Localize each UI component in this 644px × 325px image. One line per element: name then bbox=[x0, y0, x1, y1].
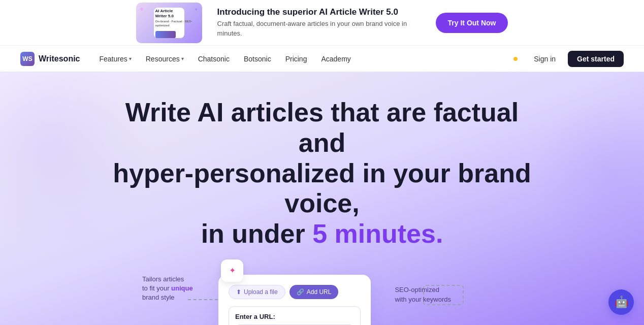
get-started-button[interactable]: Get started bbox=[568, 51, 624, 67]
link-icon: 🔗 bbox=[297, 288, 304, 296]
logo-icon: WS bbox=[20, 52, 35, 66]
chevron-down-icon: ▾ bbox=[129, 56, 132, 61]
sparkle-icon: ✦ bbox=[221, 259, 243, 282]
chat-icon: 🤖 bbox=[615, 296, 628, 309]
announcement-banner: ✦ ✦ AI Article Writer 5.0 On-brand · Fac… bbox=[0, 0, 644, 46]
chevron-down-icon: ▾ bbox=[181, 56, 184, 61]
star-decoration: ✦ bbox=[139, 5, 145, 13]
url-input-card[interactable]: ⬆ Upload a file 🔗 Add URL Enter a URL: h… bbox=[218, 275, 371, 325]
nav-botsonic[interactable]: Botsonic bbox=[239, 52, 276, 66]
banner-subtitle: Craft factual, document-aware articles i… bbox=[217, 19, 421, 38]
hero-section: Write AI articles that are factual and h… bbox=[0, 72, 644, 325]
demo-area: Tailors articles to fit your unique bran… bbox=[0, 259, 644, 325]
card-tabs: ⬆ Upload a file 🔗 Add URL bbox=[229, 285, 361, 299]
logo-text: Writesonic bbox=[39, 54, 80, 63]
url-label: Enter a URL: bbox=[235, 313, 354, 320]
logo[interactable]: WS Writesonic bbox=[20, 52, 80, 66]
url-input-area: Enter a URL: https://drive.google.com/fi… bbox=[229, 306, 361, 325]
tab-upload-file[interactable]: ⬆ Upload a file bbox=[229, 285, 285, 299]
try-it-now-button[interactable]: Try It Out Now bbox=[436, 13, 508, 33]
nav-resources[interactable]: Resources ▾ bbox=[141, 52, 189, 66]
annotation-seo: SEO-optimized with your keywords bbox=[395, 285, 451, 305]
notification-dot bbox=[513, 57, 518, 61]
nav-chatsonic[interactable]: Chatsonic bbox=[193, 52, 235, 66]
annotation-brand-style: Tailors articles to fit your unique bran… bbox=[142, 275, 193, 303]
tab-add-url[interactable]: 🔗 Add URL bbox=[289, 285, 339, 299]
nav-pricing[interactable]: Pricing bbox=[280, 52, 312, 66]
banner-content: Introducing the superior AI Article Writ… bbox=[217, 7, 421, 38]
nav-features[interactable]: Features ▾ bbox=[94, 52, 137, 66]
upload-icon: ⬆ bbox=[236, 288, 241, 296]
product-name-overlay: AI Article Writer 5.0 On-brand · Factual… bbox=[155, 9, 202, 38]
sign-in-button[interactable]: Sign in bbox=[526, 51, 564, 67]
product-preview-image: ✦ ✦ AI Article Writer 5.0 On-brand · Fac… bbox=[136, 3, 202, 43]
nav-academy[interactable]: Academy bbox=[316, 52, 356, 66]
hero-heading: Write AI articles that are factual and h… bbox=[104, 98, 540, 249]
banner-title: Introducing the superior AI Article Writ… bbox=[217, 7, 421, 17]
main-navigation: WS Writesonic Features ▾ Resources ▾ Cha… bbox=[0, 46, 644, 72]
chat-support-button[interactable]: 🤖 bbox=[608, 289, 634, 315]
